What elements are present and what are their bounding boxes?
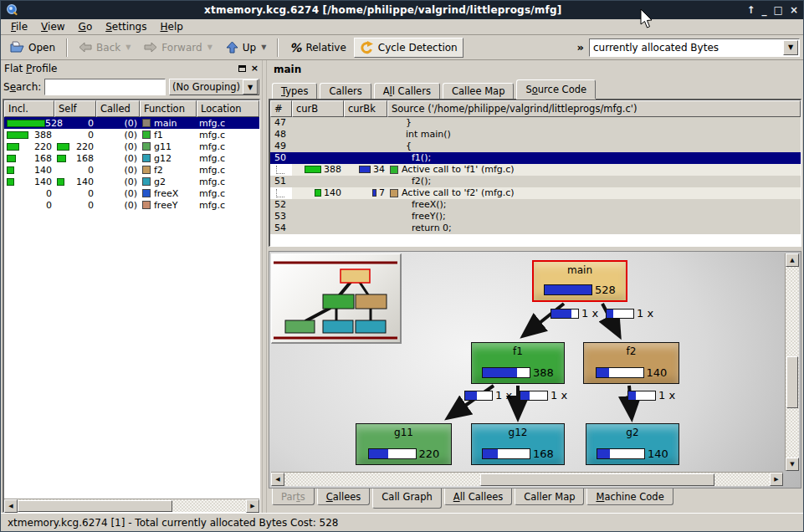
graph-hscrollbar[interactable]: ◀ ▶ (271, 472, 783, 486)
graph-vscrollbar[interactable]: ▲ (785, 253, 799, 471)
function-color-icon (142, 189, 151, 197)
graph-node-g12[interactable]: g12 168 (471, 423, 565, 465)
chevron-down-icon[interactable]: ▼ (783, 40, 798, 55)
event-type-combobox[interactable]: currently allocated Bytes ▼ (589, 38, 800, 57)
scroll-left-icon[interactable]: ◀ (4, 499, 18, 513)
tab-machine-code[interactable]: Machine Code (586, 489, 673, 505)
table-row-g2[interactable]: 140 140 (0) g2 mfg.c (4, 176, 259, 187)
menu-file[interactable]: File (4, 20, 34, 33)
menu-view[interactable]: View (34, 20, 71, 33)
relative-button[interactable]: % Relative (284, 38, 351, 58)
tab-all-callers[interactable]: All Callers (374, 83, 440, 99)
up-arrow-icon (226, 41, 238, 54)
source-line-selected[interactable]: 50 f1(); (270, 152, 801, 164)
graph-overview-map[interactable] (271, 253, 402, 344)
graph-node-f1[interactable]: f1 388 (471, 342, 565, 384)
function-color-icon (142, 154, 151, 162)
scroll-right-icon[interactable]: ▶ (770, 473, 783, 486)
back-button[interactable]: Back▼ (73, 38, 136, 57)
source-call-annotation[interactable]: 388 34 Active call to 'f1' (mfg.c) (270, 164, 801, 176)
tab-types[interactable]: Types (272, 83, 317, 99)
grouping-combobox[interactable]: (No Grouping) ▼ (169, 79, 259, 95)
edge-label-f1-g11: 1 x (464, 389, 512, 402)
shade-button[interactable]: ↑ (747, 3, 755, 17)
tab-callee-map[interactable]: Callee Map (443, 83, 515, 99)
source-line[interactable]: 47 } (270, 117, 801, 129)
table-row-f2[interactable]: 140 0 (0) f2 mfg.c (4, 164, 259, 176)
graph-node-f2[interactable]: f2 140 (583, 342, 679, 384)
tab-source-code[interactable]: Source Code (516, 79, 596, 99)
scroll-down-icon[interactable]: ▼ (786, 458, 799, 471)
source-line[interactable]: 49 { (270, 141, 801, 152)
table-row-g11[interactable]: 220 220 (0) g11 mfg.c (4, 141, 259, 152)
source-line[interactable]: 51 f2(); (270, 176, 801, 187)
table-row-f1[interactable]: 388 0 (0) f1 mfg.c (4, 129, 259, 141)
table-header: Incl. Self Called Function Location (4, 100, 259, 117)
tab-caller-map[interactable]: Caller Map (515, 489, 584, 505)
maximize-button[interactable]: □ (774, 3, 783, 17)
menubar: File View Go Settings Help (1, 19, 803, 35)
menu-help[interactable]: Help (153, 20, 189, 33)
tab-parts[interactable]: Parts (272, 489, 315, 505)
source-line[interactable]: 48 int main() (270, 129, 801, 141)
tab-callers[interactable]: Callers (320, 83, 371, 99)
toolbar-separator (66, 38, 68, 57)
graph-node-g11[interactable]: g11 220 (356, 423, 452, 465)
scrollbar-thumb[interactable] (786, 356, 798, 408)
table-row-freeY[interactable]: 0 0 (0) freeY mfg.c (4, 199, 259, 211)
cost-bar (544, 284, 592, 295)
col-self[interactable]: Self (54, 100, 96, 117)
menu-settings[interactable]: Settings (99, 20, 153, 33)
graph-node-g2[interactable]: g2 140 (586, 423, 679, 465)
source-call-annotation[interactable]: 140 7 Active call to 'f2' (mfg.c) (270, 187, 801, 199)
scrollbar-thumb[interactable] (18, 500, 172, 512)
col-function[interactable]: Function (140, 100, 197, 117)
call-graph-view[interactable]: main 528 f1 388 f2 140 g11 220 g12 168 (269, 251, 801, 489)
tab-callees[interactable]: Callees (317, 489, 371, 505)
col-source[interactable]: Source ('/home/philippe/valgrind/littlep… (387, 100, 801, 117)
scroll-left-icon[interactable]: ◀ (271, 473, 284, 486)
scrollbar-thumb[interactable] (480, 473, 714, 486)
scroll-right-icon[interactable]: ▶ (246, 499, 259, 513)
open-button[interactable]: Open (4, 38, 61, 57)
chevron-down-icon[interactable]: ▼ (243, 79, 258, 95)
event-type-value: currently allocated Bytes (590, 42, 783, 54)
flat-profile-hscrollbar[interactable]: ◀ ▶ (4, 499, 259, 512)
source-line[interactable]: 53 freeY(); (270, 211, 801, 223)
menu-go[interactable]: Go (72, 20, 100, 33)
graph-node-main[interactable]: main 528 (532, 260, 627, 302)
close-button[interactable]: × (790, 3, 798, 17)
col-curB[interactable]: curB (292, 100, 344, 117)
search-input[interactable] (44, 79, 166, 95)
flat-profile-panel: Flat Profile × Search: (No Grouping) ▼ I… (1, 60, 262, 513)
app-icon (6, 3, 19, 17)
percent-icon: % (289, 41, 301, 54)
function-color-icon (390, 166, 398, 174)
source-line[interactable]: 52 freeX(); (270, 199, 801, 211)
col-location[interactable]: Location (197, 100, 259, 117)
col-incl[interactable]: Incl. (4, 100, 54, 117)
col-curBk[interactable]: curBk (344, 100, 387, 117)
table-row-g12[interactable]: 168 168 (0) g12 mfg.c (4, 152, 259, 164)
scroll-up-icon[interactable]: ▲ (786, 253, 799, 267)
table-row-main[interactable]: 528 0 (0) main mfg.c (4, 117, 259, 129)
up-button[interactable]: Up▼ (220, 38, 273, 57)
close-panel-icon[interactable]: × (251, 64, 259, 73)
cycle-detection-button[interactable]: Cycle Detection (354, 38, 463, 58)
forward-button[interactable]: Forward▼ (138, 38, 218, 57)
window-title: xtmemory.kcg.6274 [/home/philippe/valgri… (19, 4, 747, 16)
col-line[interactable]: # (270, 100, 292, 117)
minimize-button[interactable]: _ (762, 3, 767, 17)
function-color-icon (142, 177, 151, 186)
flat-profile-table: Incl. Self Called Function Location 528 … (3, 99, 260, 513)
kcachegrind-window: xtmemory.kcg.6274 [/home/philippe/valgri… (0, 0, 804, 532)
titlebar[interactable]: xtmemory.kcg.6274 [/home/philippe/valgri… (1, 1, 803, 19)
table-row-freeX[interactable]: 0 0 (0) freeX mfg.c (4, 187, 259, 199)
tab-call-graph[interactable]: Call Graph (372, 489, 441, 509)
table-empty-area (4, 211, 259, 499)
source-line[interactable]: 54 return 0; (270, 223, 801, 234)
col-called[interactable]: Called (96, 100, 140, 117)
float-panel-icon[interactable] (238, 65, 246, 72)
tab-all-callees[interactable]: All Callees (444, 489, 513, 505)
toolbar-overflow-chevron[interactable]: » (577, 41, 584, 54)
